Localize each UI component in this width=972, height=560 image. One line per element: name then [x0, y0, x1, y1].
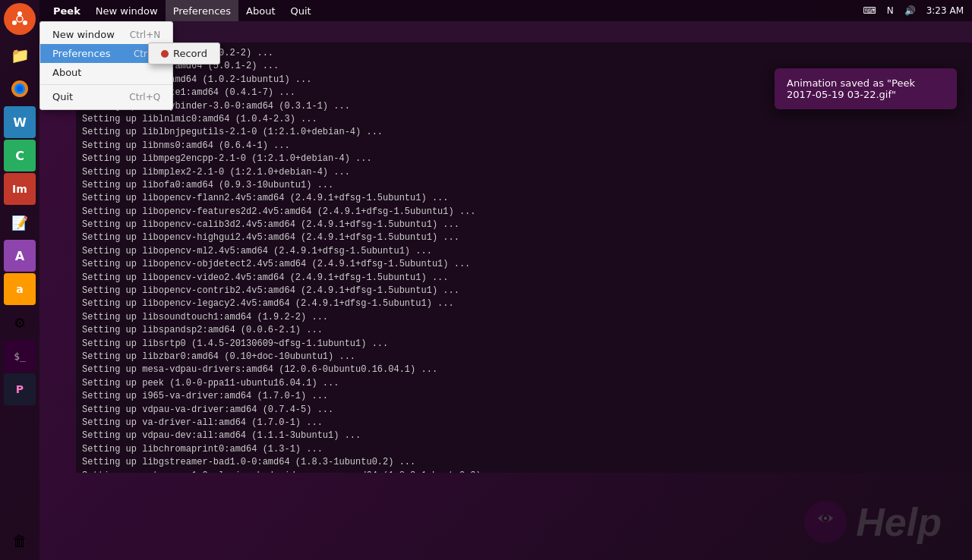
terminal-line-31: Setting up libgstreamer-bad1.0-0:amd64 (… [82, 456, 966, 469]
svg-point-7 [17, 86, 23, 92]
peek-dropdown-menu: New window Ctrl+N Preferences Ctrl+, Abo… [39, 21, 173, 110]
menubar-item-new-window[interactable]: New window [88, 0, 166, 21]
svg-point-1 [17, 11, 22, 16]
dock-item-files[interactable]: 📁 [4, 39, 36, 71]
dock-item-pycharm[interactable]: P [4, 373, 36, 405]
terminal-line-13: Setting up libopencv-calib3d2.4v5:amd64 … [82, 219, 966, 231]
terminal-line-26: Setting up i965-va-driver:amd64 (1.7.0-1… [82, 390, 966, 403]
dropdown-item-about[interactable]: About [40, 63, 172, 82]
menubar-left: Peek New window Preferences About Quit [46, 0, 319, 21]
terminal-line-20: Setting up libsoundtouch1:amd64 (1.9.2-2… [82, 311, 966, 324]
clock: 3:23 AM [924, 5, 966, 16]
dock-item-trash[interactable]: 🗑 [4, 525, 36, 557]
dock-item-settings[interactable]: ⚙ [4, 307, 36, 338]
record-circle-icon [161, 50, 169, 58]
terminal-line-29: Setting up vdpau-dev:all:amd64 (1.1.1-3u… [82, 429, 966, 442]
dock-item-amazon[interactable]: a [4, 273, 36, 305]
terminal-line-15: Setting up libopencv-ml2.4v5:amd64 (2.4.… [82, 245, 966, 258]
watermark-area: Help [803, 499, 942, 545]
svg-point-2 [12, 20, 17, 25]
terminal-line-27: Setting up vdpau-va-driver:amd64 (0.7.4-… [82, 404, 966, 417]
dock-item-libreoffice-calc[interactable]: C [4, 140, 36, 171]
dropdown-item-quit[interactable]: Quit Ctrl+Q [40, 87, 172, 106]
peek-watermark-logo [803, 499, 848, 545]
terminal-line-16: Setting up libopencv-objdetect2.4v5:amd6… [82, 258, 966, 271]
terminal-line-30: Setting up libchromaprint0:amd64 (1.3-1)… [82, 443, 966, 456]
dock-item-terminal[interactable]: $_ [4, 340, 36, 372]
terminal-line-19: Setting up libopencv-legacy2.4v5:amd64 (… [82, 297, 966, 310]
menubar-item-about[interactable]: About [238, 0, 282, 21]
terminal-line-24: Setting up mesa-vdpau-drivers:amd64 (12.… [82, 363, 966, 376]
dock: 📁 W C Im 📝 A a ⚙ $_ P 🗑 [0, 0, 39, 560]
volume-tray-icon[interactable]: 🔊 [902, 5, 918, 16]
language-tray-icon[interactable]: N [885, 5, 896, 16]
peek-titlebar: × user1@linuxhelpubnt: ~ [39, 21, 972, 42]
terminal-line-28: Setting up va-driver-all:amd64 (1.7.0-1)… [82, 417, 966, 429]
dock-item-text-editor[interactable]: 📝 [4, 206, 36, 238]
dropdown-item-new-window[interactable]: New window Ctrl+N [40, 25, 172, 44]
menubar-item-quit[interactable]: Quit [283, 0, 319, 21]
dropdown-separator [40, 84, 172, 85]
terminal-line-14: Setting up libopencv-highgui2.4v5:amd64 … [82, 231, 966, 244]
terminal-line-8: Setting up libmpeg2encpp-2.1-0 (1:2.1.0+… [82, 153, 966, 165]
watermark-help-text: Help [856, 499, 942, 545]
dock-item-libreoffice-impress[interactable]: Im [4, 173, 36, 205]
menubar-app-name[interactable]: Peek [46, 5, 88, 17]
dock-item-firefox[interactable] [4, 73, 36, 105]
terminal-line-32: Setting up gstreamer1.0-plugins-bad-vide… [82, 470, 966, 473]
terminal-line-12: Setting up libopencv-features2d2.4v5:amd… [82, 206, 966, 219]
svg-point-10 [824, 517, 827, 520]
terminal-line-10: Setting up libofa0:amd64 (0.9.3-10ubuntu… [82, 179, 966, 192]
dock-item-libreoffice-writer[interactable]: W [4, 106, 36, 138]
notification-toast: Animation saved as "Peek 2017-05-19 03-2… [775, 68, 957, 109]
menubar: Peek New window Preferences About Quit ⌨… [39, 0, 972, 21]
terminal-line-23: Setting up libzbar0:amd64 (0.10+doc-10ub… [82, 351, 966, 363]
terminal-line-7: Setting up libnms0:amd64 (0.6.4-1) ... [82, 140, 966, 153]
menubar-item-preferences[interactable]: Preferences [166, 0, 238, 21]
svg-point-3 [23, 20, 27, 25]
terminal-line-5: Setting up liblnlmic0:amd64 (1.0.4-2.3) … [82, 113, 966, 126]
terminal-line-17: Setting up libopencv-video2.4v5:amd64 (2… [82, 272, 966, 285]
record-popup[interactable]: Record [148, 42, 220, 64]
notification-text: Animation saved as "Peek 2017-05-19 03-2… [787, 77, 915, 100]
menubar-right: ⌨ N 🔊 3:23 AM [860, 5, 966, 16]
terminal-line-22: Setting up libsrtp0 (1.4.5-20130609~dfsg… [82, 338, 966, 351]
terminal-line-21: Setting up libspandsp2:amd64 (0.0.6-2.1)… [82, 324, 966, 337]
terminal-line-6: Setting up liblbnjpegutils-2.1-0 (1:2.1.… [82, 126, 966, 139]
record-label: Record [173, 48, 207, 59]
dock-item-ubuntu[interactable] [4, 3, 36, 35]
terminal-line-18: Setting up libopencv-contrib2.4v5:amd64 … [82, 285, 966, 297]
keyboard-tray-icon[interactable]: ⌨ [860, 5, 878, 16]
dock-item-typesetter[interactable]: A [4, 240, 36, 272]
terminal-line-11: Setting up libopencv-flann2.4v5:amd64 (2… [82, 192, 966, 205]
terminal-line-25: Setting up peek (1.0-0-ppa11-ubuntu16.04… [82, 377, 966, 390]
terminal-line-9: Setting up libmplex2-2.1-0 (1:2.1.0+debi… [82, 166, 966, 179]
